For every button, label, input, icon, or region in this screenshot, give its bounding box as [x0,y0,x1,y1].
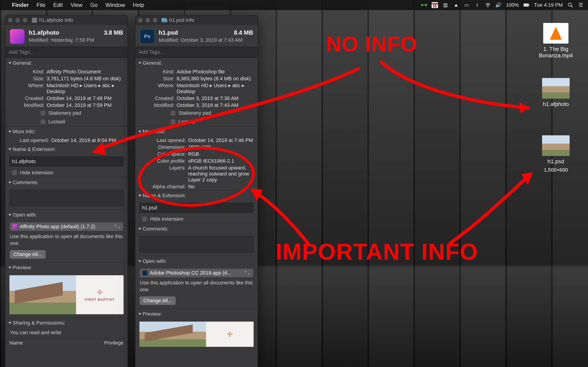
section-more-info[interactable]: More Info: [135,126,258,137]
menu-window[interactable]: Window [105,2,125,8]
checkbox-label: Hide extension [20,170,53,176]
change-all-button[interactable]: Change All... [139,296,176,305]
menu-view[interactable]: View [70,2,82,8]
label-where: Where: [5,83,47,94]
traffic-lights[interactable] [138,18,157,23]
close-dot-icon[interactable] [8,18,13,23]
annotation-important-info: IMPORTANT INFO [276,239,478,265]
checkbox-icon [170,119,176,125]
annotation-no-info: NO INFO [326,32,417,56]
col-privilege: Privilege [104,340,124,346]
label-modified: Modified: [5,102,47,108]
locked-checkbox[interactable]: Locked [135,117,258,126]
sync-status-icon[interactable] [421,2,427,8]
label-kind: Kind: [135,69,177,75]
hide-extension-checkbox[interactable]: Hide extension [5,168,128,177]
section-comments[interactable]: Comments: [135,224,258,234]
disclosure-icon [9,322,11,324]
bluetooth-icon[interactable]: ᚼ [474,2,480,8]
psd-thumb-icon [542,135,570,156]
section-sharing[interactable]: Sharing & Permissions: [5,318,128,328]
checkbox-icon [142,216,147,222]
desktop-icon-video[interactable]: 1. The BigBonanza.mp4 [531,23,581,59]
disclosure-icon [9,182,11,184]
comments-textarea[interactable] [139,236,254,252]
stationery-checkbox[interactable]: Stationery pad [135,109,258,117]
disclosure-icon [138,313,141,315]
tags-input[interactable] [136,47,258,58]
permissions-header: Name Privilege [5,338,128,347]
menubar-extra-icon-2[interactable]: ▲ [453,2,459,8]
minimize-dot-icon[interactable] [15,18,20,23]
titlebar-file-icon [32,18,37,23]
filename-input[interactable] [9,156,124,167]
section-preview[interactable]: Preview: [5,262,128,273]
value-modified: October 3, 2019 at 7:43 AM [177,102,254,108]
menu-edit[interactable]: Edit [53,2,63,8]
locked-checkbox[interactable]: Locked [5,117,128,126]
desktop-icon-afphoto[interactable]: h1.afphoto [531,78,581,107]
section-general[interactable]: General: [135,58,258,68]
svg-marker-10 [521,172,533,185]
section-name-ext[interactable]: Name & Extension: [5,144,128,155]
calendar-menubar-icon[interactable]: 15 [432,2,438,8]
menu-help[interactable]: Help [133,2,144,8]
section-general[interactable]: General: [5,58,128,68]
section-label: General: [13,60,32,66]
menubar-app-name[interactable]: Finder [12,2,29,8]
titlebar[interactable]: Ps h1.psd Info [135,15,258,25]
wifi-icon[interactable] [485,2,491,8]
menu-go[interactable]: Go [90,2,98,8]
checkbox-icon [40,119,46,125]
label-last-opened: Last opened: [5,137,51,143]
preview-thumbnail: ✢ [139,322,254,347]
section-open-with[interactable]: Open with: [5,210,128,220]
desktop-icon-label: 1. The BigBonanza.mp4 [539,46,573,59]
menubar-extra-icon-1[interactable]: ▥ [443,2,449,8]
zoom-dot-icon[interactable] [23,18,27,23]
section-label: Preview: [13,265,32,271]
tags-input[interactable] [6,47,128,58]
label-modified: Modified: [135,102,177,108]
battery-icon[interactable]: ⚡ [523,2,529,8]
desktop-icon-psd[interactable]: h1.psd 1,500×600 [531,135,581,173]
zoom-dot-icon[interactable] [153,18,157,23]
close-dot-icon[interactable] [138,18,143,23]
hide-extension-checkbox[interactable]: Hide extension [135,215,258,223]
section-more-info[interactable]: More Info: [5,126,128,137]
menubar-clock[interactable]: Tue 4:19 PM [534,2,563,8]
svg-point-5 [568,3,571,6]
battery-percent[interactable]: 100% [506,2,519,8]
stationery-checkbox[interactable]: Stationery pad [5,109,128,117]
change-all-button[interactable]: Change All... [9,250,46,259]
titlebar[interactable]: h1.afphoto Info [5,15,128,25]
value-created: October 3, 2019 at 7:38 AM [177,95,254,101]
disclosure-icon [138,260,141,262]
svg-rect-2 [529,4,529,6]
desktop-icon-label: h1.psd [548,158,564,165]
spotlight-icon[interactable] [567,2,573,8]
disclosure-icon [138,62,141,64]
app-icon [142,270,147,275]
section-label: Name & Extension: [13,146,56,152]
file-type-icon: Ps [140,29,155,44]
traffic-lights[interactable] [8,18,27,23]
comments-textarea[interactable] [9,190,124,206]
disclosure-icon [9,214,11,216]
open-with-select[interactable]: Adobe Photoshop CC 2019.app (d... ⌃⌄ [139,268,254,277]
section-open-with[interactable]: Open with: [135,256,258,267]
vlc-file-icon [543,23,569,44]
open-with-select[interactable]: Affinity Photo.app (default) (1.7.2) ⌃⌄ [9,222,124,231]
display-mirror-icon[interactable]: ▭ [464,2,470,8]
file-size: 8.4 MB [234,29,253,36]
notification-center-icon[interactable]: ☰ [578,2,584,8]
section-comments[interactable]: Comments: [5,177,128,188]
section-preview[interactable]: Preview: [135,309,258,319]
checkbox-label: Stationery pad [48,110,81,116]
file-modified-line: Modified: Yesterday, 7:59 PM [29,37,123,43]
minimize-dot-icon[interactable] [145,18,150,23]
volume-icon[interactable]: 🔊 [495,2,502,8]
open-with-app: Affinity Photo.app (default) (1.7.2) [20,224,95,230]
menu-file[interactable]: File [36,2,45,8]
value-modified: October 14, 2019 at 7:59 PM [47,102,124,108]
